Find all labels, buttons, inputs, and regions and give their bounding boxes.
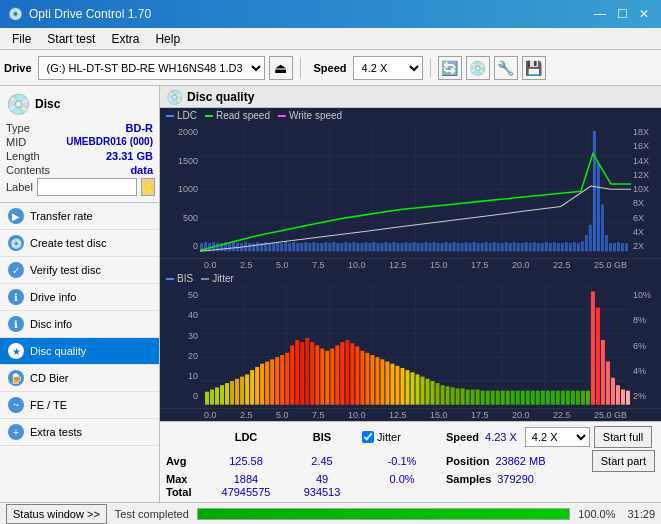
samples-value: 379290 bbox=[497, 473, 534, 485]
menu-start-test[interactable]: Start test bbox=[39, 30, 103, 48]
status-time: 31:29 bbox=[627, 508, 655, 520]
svg-rect-208 bbox=[551, 391, 555, 405]
y-label-2pct: 2% bbox=[633, 391, 646, 401]
sidebar-item-fe-te[interactable]: ~ FE / TE bbox=[0, 392, 159, 419]
sidebar-item-drive-info[interactable]: ℹ Drive info bbox=[0, 284, 159, 311]
stats-total-row: Total 47945575 934513 bbox=[166, 486, 655, 498]
total-label: Total bbox=[166, 486, 206, 498]
close-button[interactable]: ✕ bbox=[635, 5, 653, 23]
svg-rect-169 bbox=[355, 347, 359, 405]
disc-title: Disc bbox=[35, 97, 60, 111]
bx-label-5: 5.0 bbox=[276, 410, 289, 420]
start-full-button[interactable]: Start full bbox=[594, 426, 652, 448]
svg-rect-68 bbox=[408, 243, 411, 251]
jitter-checkbox[interactable] bbox=[362, 431, 374, 443]
svg-rect-217 bbox=[596, 308, 600, 405]
svg-rect-142 bbox=[220, 386, 224, 405]
sidebar-item-extra-tests[interactable]: + Extra tests bbox=[0, 419, 159, 446]
svg-rect-78 bbox=[449, 243, 452, 251]
svg-rect-159 bbox=[305, 338, 309, 405]
svg-rect-82 bbox=[465, 242, 468, 251]
disc-quality-icon: ★ bbox=[8, 343, 24, 359]
burn-button[interactable]: 💿 bbox=[466, 56, 490, 80]
svg-rect-157 bbox=[295, 340, 299, 405]
start-part-button[interactable]: Start part bbox=[592, 450, 655, 472]
menu-extra[interactable]: Extra bbox=[103, 30, 147, 48]
svg-rect-66 bbox=[400, 243, 403, 251]
svg-rect-152 bbox=[270, 360, 274, 405]
svg-rect-100 bbox=[537, 243, 540, 251]
sidebar-item-disc-quality[interactable]: ★ Disc quality bbox=[0, 338, 159, 365]
svg-rect-105 bbox=[557, 243, 560, 251]
speed-dropdown[interactable]: 4.2 X bbox=[525, 427, 590, 447]
svg-rect-222 bbox=[621, 390, 625, 405]
svg-rect-67 bbox=[404, 242, 407, 251]
x-label-2.5: 2.5 bbox=[240, 260, 253, 270]
svg-rect-207 bbox=[546, 391, 550, 405]
status-window-button[interactable]: Status window >> bbox=[6, 504, 107, 524]
ldc-dot bbox=[166, 115, 174, 117]
svg-rect-90 bbox=[497, 243, 500, 251]
minimize-button[interactable]: — bbox=[591, 5, 609, 23]
sidebar-item-disc-info[interactable]: ℹ Disc info bbox=[0, 311, 159, 338]
charts-area: LDC Read speed Write speed 2000 bbox=[160, 108, 661, 421]
top-chart-legend: LDC Read speed Write speed bbox=[160, 108, 661, 123]
save-button[interactable]: 💾 bbox=[522, 56, 546, 80]
svg-rect-161 bbox=[315, 346, 319, 405]
eject-button[interactable]: ⏏ bbox=[269, 56, 293, 80]
y-label-6pct: 6% bbox=[633, 341, 646, 351]
sidebar-item-cd-bier[interactable]: 🍺 CD Bier bbox=[0, 365, 159, 392]
x-label-25: 25.0 GB bbox=[594, 260, 627, 270]
stats-panel: LDC BIS Jitter Speed 4.23 X 4.2 X Start … bbox=[160, 421, 661, 502]
sidebar-item-label: Create test disc bbox=[30, 237, 106, 249]
disc-label-button[interactable]: ⭐ bbox=[141, 178, 155, 196]
svg-rect-167 bbox=[345, 340, 349, 405]
status-text: Test completed bbox=[115, 508, 189, 520]
svg-rect-73 bbox=[429, 243, 432, 251]
svg-rect-175 bbox=[385, 362, 389, 405]
disc-info-icon: ℹ bbox=[8, 316, 24, 332]
total-bis: 934513 bbox=[286, 486, 358, 498]
sidebar-item-create-test-disc[interactable]: 💿 Create test disc bbox=[0, 230, 159, 257]
svg-rect-212 bbox=[571, 391, 575, 405]
top-y-axis-right: 18X 16X 14X 12X 10X 8X 6X 4X 2X bbox=[631, 123, 661, 255]
svg-rect-198 bbox=[501, 391, 505, 405]
svg-rect-92 bbox=[505, 242, 508, 251]
svg-rect-213 bbox=[576, 391, 580, 405]
settings-button[interactable]: 🔧 bbox=[494, 56, 518, 80]
y-label-2000: 2000 bbox=[178, 127, 198, 137]
svg-rect-164 bbox=[330, 349, 334, 405]
svg-rect-115 bbox=[597, 164, 600, 252]
ldc-header: LDC bbox=[210, 431, 282, 443]
disc-contents-value: data bbox=[130, 164, 153, 176]
disc-label-input[interactable] bbox=[37, 178, 137, 196]
y-label-b0: 0 bbox=[193, 391, 198, 401]
svg-rect-110 bbox=[577, 243, 580, 251]
maximize-button[interactable]: ☐ bbox=[613, 5, 631, 23]
top-chart-inner bbox=[200, 123, 631, 255]
svg-rect-191 bbox=[466, 390, 470, 405]
svg-rect-166 bbox=[340, 342, 344, 405]
svg-rect-57 bbox=[364, 242, 367, 251]
svg-rect-103 bbox=[549, 243, 552, 251]
svg-rect-86 bbox=[481, 243, 484, 251]
sidebar-item-label: CD Bier bbox=[30, 372, 69, 384]
disc-header: 💿 Disc bbox=[6, 92, 153, 116]
sidebar-item-transfer-rate[interactable]: ▶ Transfer rate bbox=[0, 203, 159, 230]
menu-file[interactable]: File bbox=[4, 30, 39, 48]
refresh-button[interactable]: 🔄 bbox=[438, 56, 462, 80]
sidebar-item-label: Extra tests bbox=[30, 426, 82, 438]
svg-rect-64 bbox=[392, 242, 395, 251]
y-label-30: 30 bbox=[188, 331, 198, 341]
sidebar-item-verify-test-disc[interactable]: ✓ Verify test disc bbox=[0, 257, 159, 284]
svg-rect-143 bbox=[225, 383, 229, 405]
svg-rect-80 bbox=[457, 243, 460, 251]
status-bar: Status window >> Test completed 100.0% 3… bbox=[0, 502, 661, 524]
svg-rect-179 bbox=[405, 370, 409, 405]
drive-select[interactable]: (G:) HL-DT-ST BD-RE WH16NS48 1.D3 bbox=[38, 56, 265, 80]
svg-rect-196 bbox=[491, 391, 495, 405]
speed-select[interactable]: 4.2 X bbox=[353, 56, 423, 80]
menu-help[interactable]: Help bbox=[147, 30, 188, 48]
max-jitter: 0.0% bbox=[362, 473, 442, 485]
svg-rect-215 bbox=[586, 391, 590, 405]
